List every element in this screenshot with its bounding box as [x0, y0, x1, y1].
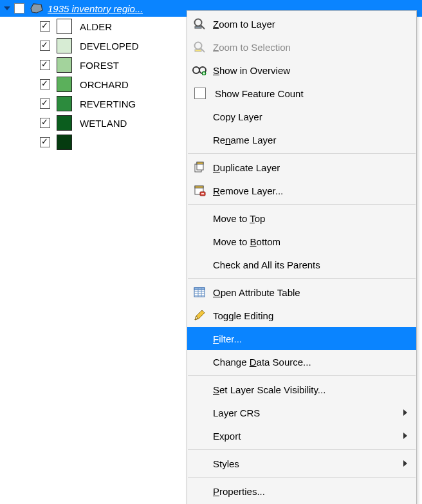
blank-icon	[192, 484, 206, 498]
blank-icon	[192, 355, 206, 369]
class-visibility-checkbox[interactable]	[40, 41, 50, 51]
class-label: FOREST	[80, 60, 119, 71]
zoom-selection-icon	[192, 40, 206, 54]
class-swatch	[57, 77, 72, 92]
class-label: ALDER	[80, 21, 112, 32]
menu-item-label: Copy Layer	[213, 111, 407, 122]
svg-rect-17	[195, 186, 203, 188]
pencil-icon	[192, 308, 206, 322]
svg-rect-6	[195, 50, 201, 51]
menu-item-duplicate-layer[interactable]: Duplicate Layer	[187, 156, 416, 179]
svg-rect-3	[195, 26, 201, 28]
class-swatch	[57, 57, 72, 73]
class-visibility-checkbox[interactable]	[40, 79, 50, 89]
menu-item-toggle-editing[interactable]: Toggle Editing	[187, 304, 416, 327]
menu-item-layer-crs[interactable]: Layer CRS	[187, 401, 416, 424]
menu-item-open-attribute-table[interactable]: Open Attribute Table	[187, 281, 416, 304]
submenu-arrow-icon	[403, 409, 407, 416]
menu-item-label: Zoom to Layer	[213, 19, 407, 30]
class-visibility-checkbox[interactable]	[40, 98, 50, 109]
menu-separator	[188, 278, 416, 279]
menu-item-label: Open Attribute Table	[213, 287, 407, 298]
menu-item-move-to-bottom[interactable]: Move to Bottom	[187, 230, 416, 253]
blank-icon	[192, 133, 206, 147]
class-label: ORCHARD	[80, 79, 129, 90]
menu-item-label: Show in Overview	[213, 65, 407, 76]
blank-icon	[192, 109, 206, 124]
zoom-layer-icon	[192, 17, 206, 31]
svg-point-4	[195, 42, 202, 50]
svg-point-7	[193, 67, 199, 73]
class-label: WETLAND	[80, 118, 127, 129]
class-swatch	[57, 115, 72, 131]
menu-item-label: Styles	[213, 458, 403, 469]
menu-item-styles[interactable]: Styles	[187, 452, 416, 475]
class-visibility-checkbox[interactable]	[40, 137, 50, 147]
class-swatch	[57, 96, 72, 111]
menu-item-label: Set Layer Scale Visibility...	[213, 384, 407, 395]
menu-separator	[188, 375, 416, 376]
menu-item-label: Zoom to Selection	[213, 42, 407, 53]
remove-icon	[192, 183, 206, 198]
menu-item-label: Layer CRS	[213, 407, 403, 418]
menu-item-move-to-top[interactable]: Move to Top	[187, 207, 416, 230]
menu-item-label: Filter...	[213, 333, 407, 344]
menu-item-label: Properties...	[213, 486, 407, 497]
menu-item-remove-layer[interactable]: Remove Layer...	[187, 179, 416, 202]
expand-triangle-icon[interactable]	[4, 6, 10, 10]
duplicate-icon	[192, 160, 206, 174]
menu-item-zoom-to-layer[interactable]: Zoom to Layer	[187, 12, 416, 35]
menu-separator	[188, 449, 416, 450]
menu-item-label: Export	[213, 431, 403, 442]
menu-item-label: Change Data Source...	[213, 357, 407, 368]
menu-item-export[interactable]: Export	[187, 424, 416, 447]
blank-icon	[192, 429, 206, 443]
class-visibility-checkbox[interactable]	[40, 21, 50, 32]
blank-icon	[192, 331, 206, 346]
polygon-layer-icon	[30, 3, 44, 14]
blank-icon	[192, 257, 206, 272]
blank-icon	[192, 406, 206, 420]
menu-item-check-and-all-its-parents[interactable]: Check and All its Parents	[187, 253, 416, 276]
menu-item-properties[interactable]: Properties...	[187, 480, 416, 503]
menu-separator	[188, 477, 416, 478]
class-visibility-checkbox[interactable]	[40, 118, 50, 128]
menu-item-set-layer-scale-visibility[interactable]: Set Layer Scale Visibility...	[187, 378, 416, 401]
menu-item-change-data-source[interactable]: Change Data Source...	[187, 350, 416, 373]
svg-rect-15	[197, 162, 203, 164]
menu-item-label: Check and All its Parents	[213, 259, 407, 270]
class-swatch	[57, 38, 72, 53]
menu-separator	[188, 153, 416, 154]
menu-item-label: Move to Bottom	[213, 236, 407, 247]
menu-item-show-feature-count[interactable]: Show Feature Count	[187, 82, 416, 105]
overview-icon	[192, 63, 206, 77]
submenu-arrow-icon	[403, 460, 407, 467]
menu-item-label: Duplicate Layer	[213, 162, 407, 173]
class-visibility-checkbox[interactable]	[40, 60, 50, 70]
layer-context-menu: Zoom to Layer Zoom to Selection Show in …	[187, 10, 417, 504]
layer-visibility-checkbox[interactable]	[14, 3, 24, 14]
menu-item-label: Show Feature Count	[215, 88, 407, 99]
menu-item-copy-layer[interactable]: Copy Layer	[187, 105, 416, 128]
class-swatch	[57, 19, 72, 34]
attribute-icon	[192, 285, 206, 299]
svg-marker-0	[31, 4, 42, 13]
menu-item-label: Remove Layer...	[213, 185, 407, 196]
menu-item-label: Rename Layer	[213, 135, 407, 145]
submenu-arrow-icon	[403, 433, 407, 439]
class-swatch	[57, 135, 72, 150]
menu-item-show-in-overview[interactable]: Show in Overview	[187, 59, 416, 82]
layer-title[interactable]: 1935 inventory regio...	[48, 3, 143, 14]
menu-separator	[188, 204, 416, 205]
menu-checkbox[interactable]	[194, 88, 206, 99]
class-label: REVERTING	[80, 98, 136, 109]
svg-rect-21	[194, 288, 205, 290]
menu-item-zoom-to-selection: Zoom to Selection	[187, 35, 416, 59]
blank-icon	[192, 234, 206, 248]
menu-item-label: Toggle Editing	[213, 310, 407, 321]
menu-item-rename-layer[interactable]: Rename Layer	[187, 128, 416, 151]
menu-item-label: Move to Top	[213, 213, 407, 224]
blank-icon	[192, 382, 206, 397]
menu-item-filter[interactable]: Filter...	[187, 327, 416, 350]
class-label: DEVELOPED	[80, 41, 139, 51]
